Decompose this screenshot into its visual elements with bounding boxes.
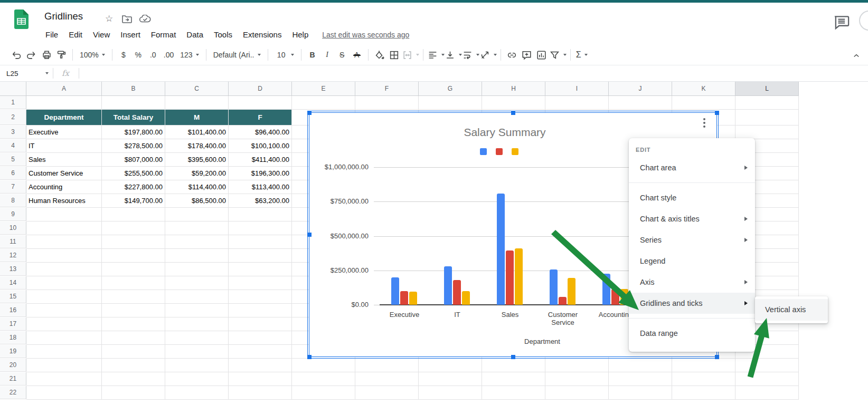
- borders-button[interactable]: [387, 48, 402, 62]
- horizontal-align-select[interactable]: [427, 48, 445, 62]
- row-header-2[interactable]: 2: [0, 110, 26, 125]
- table-cell[interactable]: Executive: [26, 126, 101, 139]
- insert-link-button[interactable]: [505, 48, 520, 62]
- paint-format-button[interactable]: [54, 48, 69, 62]
- corner-select-all[interactable]: [0, 82, 26, 96]
- undo-button[interactable]: [10, 48, 24, 62]
- row-header-11[interactable]: 11: [0, 235, 26, 248]
- submenu-item-vertical-axis[interactable]: Vertical axis: [755, 299, 828, 321]
- menu-item-gridlines-and-ticks[interactable]: Gridlines and ticks: [629, 293, 755, 314]
- chart-selection-handle[interactable]: [307, 233, 312, 237]
- row-header-19[interactable]: 19: [0, 345, 26, 358]
- table-cell[interactable]: Sales: [26, 153, 101, 166]
- column-header-c[interactable]: C: [165, 82, 229, 96]
- row-header-8[interactable]: 8: [0, 194, 26, 207]
- last-edit-status[interactable]: Last edit was seconds ago: [322, 31, 409, 39]
- menubar-item-data[interactable]: Data: [181, 27, 209, 42]
- more-formats-select[interactable]: 123: [177, 48, 202, 62]
- insert-comment-button[interactable]: [520, 48, 534, 62]
- account-avatar[interactable]: [859, 11, 868, 31]
- comment-history-icon[interactable]: [834, 15, 850, 30]
- decrease-decimal-button[interactable]: .0: [146, 48, 161, 62]
- row-header-9[interactable]: 9: [0, 208, 26, 221]
- row-header-1[interactable]: 1: [0, 96, 26, 109]
- chart-options-kebab-icon[interactable]: [703, 118, 705, 128]
- column-header-f[interactable]: F: [355, 82, 419, 96]
- text-wrap-select[interactable]: [462, 48, 479, 62]
- table-header-cell-total-salary[interactable]: Total Salary: [102, 110, 165, 125]
- text-color-button[interactable]: A: [350, 48, 364, 62]
- table-cell[interactable]: IT: [26, 139, 101, 152]
- cloud-saved-icon[interactable]: [139, 15, 151, 23]
- row-header-4[interactable]: 4: [0, 139, 26, 152]
- table-cell[interactable]: $196,300.00: [229, 167, 291, 180]
- row-header-13[interactable]: 13: [0, 263, 26, 276]
- table-cell[interactable]: Accounting: [26, 180, 101, 194]
- table-cell[interactable]: $807,000.00: [102, 153, 165, 166]
- row-header-15[interactable]: 15: [0, 290, 26, 303]
- column-header-d[interactable]: D: [229, 82, 292, 96]
- row-header-18[interactable]: 18: [0, 331, 26, 344]
- menubar-item-extensions[interactable]: Extensions: [238, 27, 287, 42]
- menu-item-series[interactable]: Series: [629, 229, 755, 250]
- row-header-12[interactable]: 12: [0, 249, 26, 262]
- star-icon[interactable]: ☆: [105, 13, 113, 24]
- sheets-logo-icon[interactable]: [14, 9, 29, 29]
- bold-button[interactable]: B: [305, 48, 320, 62]
- chart-selection-handle[interactable]: [511, 111, 515, 115]
- font-size-select[interactable]: 10: [272, 48, 297, 62]
- menu-item-chart-style[interactable]: Chart style: [629, 187, 755, 208]
- table-cell[interactable]: Customer Service: [26, 167, 101, 180]
- table-cell[interactable]: $113,400.00: [229, 180, 291, 194]
- zoom-select[interactable]: 100%: [77, 48, 108, 62]
- row-header-21[interactable]: 21: [0, 372, 26, 385]
- table-header-cell-department[interactable]: Department: [26, 110, 101, 125]
- column-header-a[interactable]: A: [26, 82, 102, 96]
- table-cell[interactable]: Human Resources: [26, 194, 101, 207]
- menu-item-axis[interactable]: Axis: [629, 272, 755, 293]
- format-percent-button[interactable]: %: [131, 48, 146, 62]
- column-header-g[interactable]: G: [419, 82, 482, 96]
- table-cell[interactable]: $278,500.00: [102, 139, 165, 152]
- print-button[interactable]: [39, 48, 54, 62]
- row-header-20[interactable]: 20: [0, 359, 26, 372]
- row-header-22[interactable]: 22: [0, 386, 26, 399]
- row-header-16[interactable]: 16: [0, 304, 26, 317]
- row-header-6[interactable]: 6: [0, 167, 26, 180]
- font-select[interactable]: Default (Ari...: [210, 48, 264, 62]
- chart-selection-handle[interactable]: [307, 111, 312, 115]
- table-cell[interactable]: $114,400.00: [165, 180, 228, 194]
- column-header-k[interactable]: K: [672, 82, 735, 96]
- vertical-align-select[interactable]: [445, 48, 462, 62]
- menubar-item-insert[interactable]: Insert: [115, 27, 146, 42]
- fill-color-button[interactable]: [372, 48, 387, 62]
- menubar-item-file[interactable]: File: [40, 27, 63, 42]
- row-header-10[interactable]: 10: [0, 221, 26, 235]
- menubar-item-format[interactable]: Format: [146, 27, 182, 42]
- menu-item-data-range[interactable]: Data range: [629, 323, 755, 344]
- table-cell[interactable]: $411,400.00: [229, 153, 291, 166]
- column-header-e[interactable]: E: [292, 82, 355, 96]
- menubar-item-tools[interactable]: Tools: [209, 27, 238, 42]
- column-header-j[interactable]: J: [609, 82, 672, 96]
- create-filter-button[interactable]: [549, 48, 567, 62]
- chart-selection-handle[interactable]: [511, 355, 515, 359]
- table-cell[interactable]: $63,200.00: [229, 194, 291, 207]
- merge-cells-button[interactable]: [402, 48, 419, 62]
- table-cell[interactable]: $395,600.00: [165, 153, 228, 166]
- table-header-cell-m[interactable]: M: [165, 110, 228, 125]
- table-header-cell-f[interactable]: F: [229, 110, 291, 125]
- column-header-h[interactable]: H: [482, 82, 545, 96]
- strikethrough-button[interactable]: S: [335, 48, 350, 62]
- column-header-b[interactable]: B: [102, 82, 165, 96]
- document-title[interactable]: Gridlines: [44, 11, 83, 22]
- row-header-3[interactable]: 3: [0, 126, 26, 139]
- table-cell[interactable]: $255,500.00: [102, 167, 165, 180]
- collapse-toolbar-button[interactable]: [849, 49, 864, 63]
- menu-item-chart-area[interactable]: Chart area: [629, 157, 755, 178]
- increase-decimal-button[interactable]: .00: [161, 48, 177, 62]
- row-header-17[interactable]: 17: [0, 317, 26, 331]
- menu-item-chart-axis-titles[interactable]: Chart & axis titles: [629, 208, 755, 229]
- chart-selection-handle[interactable]: [307, 355, 312, 359]
- table-cell[interactable]: $149,700.00: [102, 194, 165, 207]
